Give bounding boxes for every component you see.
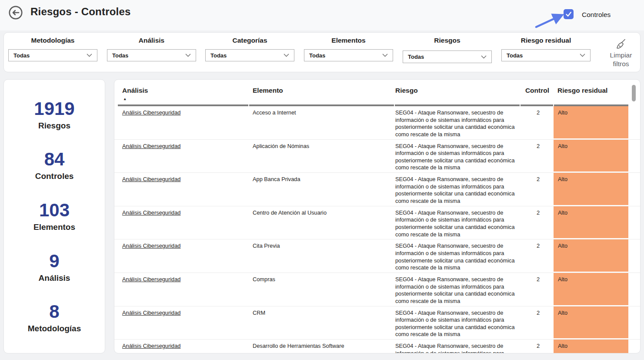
control-cell: 2: [519, 109, 540, 117]
vertical-scrollbar-thumb[interactable]: [632, 85, 636, 101]
dropdown-value: Todas: [13, 52, 30, 59]
stats-card: 1919 Riesgos 84 Controles 103 Elementos …: [3, 79, 105, 353]
stat-metodologias: 8 Metodologías: [28, 302, 81, 333]
analisis-dropdown[interactable]: Todas: [107, 49, 196, 61]
analisis-link[interactable]: Análisis Ciberseguridad: [122, 109, 248, 117]
chevron-down-icon: [87, 54, 92, 57]
table-body: Análisis Ciberseguridad Acceso a Interne…: [114, 106, 640, 353]
stat-label: Riesgos: [34, 121, 74, 131]
sort-ascending-icon: ▲: [123, 97, 127, 101]
riesgos-dropdown[interactable]: Todas: [403, 50, 492, 63]
chevron-down-icon: [481, 55, 487, 59]
riesgo-residual-dropdown[interactable]: Todas: [501, 49, 591, 61]
analisis-link[interactable]: Análisis Ciberseguridad: [122, 242, 248, 250]
analisis-link[interactable]: Análisis Ciberseguridad: [122, 176, 248, 183]
categorias-dropdown[interactable]: Todas: [205, 49, 294, 61]
elemento-cell: Desarrollo de Herramientas Software: [253, 343, 388, 350]
stat-label: Metodologías: [28, 324, 81, 333]
filter-riesgo-residual: Riesgo residual Todas: [501, 33, 591, 72]
chevron-down-icon: [382, 54, 388, 57]
back-button[interactable]: [8, 5, 23, 20]
column-header-riesgo-residual[interactable]: Riesgo residual: [557, 87, 607, 94]
chevron-down-icon: [284, 54, 289, 57]
filter-label: Elementos: [304, 37, 393, 44]
filter-label: Análisis: [107, 37, 196, 44]
stat-riesgos: 1919 Riesgos: [34, 99, 74, 131]
elemento-cell: Cita Previa: [253, 242, 388, 250]
elemento-cell: App Banca Privada: [253, 176, 388, 183]
column-header-elemento[interactable]: Elemento: [253, 87, 283, 94]
table-row: Análisis Ciberseguridad Acceso a Interne…: [114, 106, 640, 140]
stat-value: 103: [33, 201, 75, 220]
controles-checkbox[interactable]: [564, 9, 574, 19]
riesgo-residual-cell: Alto: [554, 340, 628, 353]
riesgo-cell: SEG04 - Ataque Ransonware, secuestro de …: [395, 209, 522, 238]
filter-analisis: Análisis Todas: [107, 33, 196, 72]
riesgo-residual-cell: Alto: [554, 273, 628, 305]
stat-controles: 84 Controles: [35, 150, 74, 181]
risks-table-card: Análisis Elemento Riesgo Control Riesgo …: [114, 79, 641, 353]
dropdown-value: Todas: [309, 52, 325, 59]
elemento-cell: CRM: [253, 310, 388, 317]
dropdown-value: Todas: [112, 52, 128, 59]
filter-label: Riesgos: [403, 37, 492, 44]
dropdown-value: Todas: [507, 52, 523, 59]
elementos-dropdown[interactable]: Todas: [304, 49, 393, 61]
riesgo-residual-cell: Alto: [554, 306, 628, 339]
riesgo-cell: SEG04 - Ataque Ransonware, secuestro de …: [395, 343, 522, 353]
dropdown-value: Todas: [408, 54, 424, 60]
riesgo-residual-value: Alto: [558, 143, 567, 149]
analisis-link[interactable]: Análisis Ciberseguridad: [122, 143, 248, 150]
riesgos-controles-dashboard: Riesgos - Controles Controles Metodologí…: [0, 0, 644, 360]
control-cell: 2: [519, 176, 540, 183]
riesgo-residual-cell: Alto: [554, 206, 628, 239]
table-row: Análisis Ciberseguridad CRM SEG04 - Ataq…: [114, 306, 640, 340]
controles-checkbox-label: Controles: [582, 11, 611, 19]
control-cell: 2: [519, 209, 540, 217]
control-cell: 2: [519, 143, 540, 150]
control-cell: 2: [519, 343, 540, 350]
column-header-analisis[interactable]: Análisis: [122, 87, 148, 94]
table-row: Análisis Ciberseguridad Compras SEG04 - …: [114, 273, 640, 306]
analisis-link[interactable]: Análisis Ciberseguridad: [122, 276, 248, 283]
column-header-riesgo[interactable]: Riesgo: [395, 87, 418, 94]
analisis-link[interactable]: Análisis Ciberseguridad: [122, 343, 248, 350]
riesgo-residual-cell: Alto: [554, 239, 628, 272]
table-row: Análisis Ciberseguridad Aplicación de Nó…: [114, 140, 640, 173]
riesgo-residual-value: Alto: [558, 242, 567, 249]
elemento-cell: Compras: [253, 276, 388, 283]
filter-riesgos: Riesgos Todas: [403, 33, 492, 72]
broom-icon: [615, 38, 627, 50]
column-header-control[interactable]: Control: [520, 87, 549, 94]
riesgo-residual-value: Alto: [558, 109, 567, 116]
filter-categorias: Categorías Todas: [205, 33, 294, 72]
riesgo-cell: SEG04 - Ataque Ransonware, secuestro de …: [395, 109, 522, 138]
stat-value: 1919: [34, 99, 74, 118]
arrow-left-circle-icon: [8, 5, 23, 20]
metodologias-dropdown[interactable]: Todas: [8, 49, 97, 61]
elemento-cell: Acceso a Internet: [253, 109, 388, 117]
clear-filters-label: Limpiar filtros: [610, 51, 632, 67]
dropdown-value: Todas: [210, 52, 227, 59]
riesgo-residual-cell: Alto: [554, 140, 628, 172]
clear-filters-button[interactable]: Limpiar filtros: [603, 38, 639, 68]
control-cell: 2: [519, 310, 540, 317]
stat-analisis: 9 Análisis: [39, 252, 70, 283]
stat-value: 8: [28, 302, 81, 321]
control-cell: 2: [519, 276, 540, 283]
annotation-arrow-icon: [534, 11, 565, 29]
elemento-cell: Centro de Atención al Usuario: [253, 209, 388, 217]
riesgo-residual-value: Alto: [558, 176, 567, 182]
filter-bar: Metodologías Todas Análisis Todas Catego…: [3, 32, 641, 72]
check-icon: [565, 11, 572, 17]
stat-elementos: 103 Elementos: [33, 201, 75, 232]
stat-label: Elementos: [33, 222, 75, 232]
analisis-link[interactable]: Análisis Ciberseguridad: [122, 310, 248, 317]
page-title: Riesgos - Controles: [30, 6, 131, 18]
riesgo-cell: SEG04 - Ataque Ransonware, secuestro de …: [395, 310, 522, 338]
riesgo-cell: SEG04 - Ataque Ransonware, secuestro de …: [395, 276, 522, 305]
chevron-down-icon: [580, 54, 585, 57]
page-header: Riesgos - Controles Controles: [0, 0, 644, 30]
analisis-link[interactable]: Análisis Ciberseguridad: [122, 209, 248, 217]
filter-label: Riesgo residual: [501, 37, 591, 44]
